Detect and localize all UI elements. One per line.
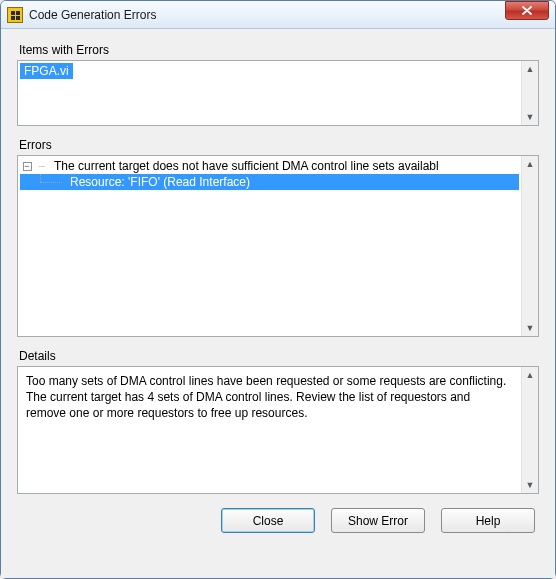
help-button[interactable]: Help	[441, 508, 535, 533]
window-title: Code Generation Errors	[29, 8, 505, 22]
scroll-down-icon[interactable]: ▼	[523, 109, 538, 125]
details-panel: Too many sets of DMA control lines have …	[17, 366, 539, 494]
close-window-button[interactable]	[505, 1, 549, 20]
show-error-button[interactable]: Show Error	[331, 508, 425, 533]
tree-row-parent[interactable]: − ┈ The current target does not have suf…	[20, 158, 519, 174]
errors-tree[interactable]: − ┈ The current target does not have suf…	[17, 155, 539, 337]
tree-connector-icon: ┈	[34, 161, 50, 172]
scroll-down-icon[interactable]: ▼	[523, 477, 538, 493]
tree-row-child[interactable]: Resource: 'FIFO' (Read Interface)	[20, 174, 519, 190]
items-with-errors-list[interactable]: FPGA.vi ▲ ▼	[17, 60, 539, 126]
list-item[interactable]: FPGA.vi	[20, 63, 73, 79]
scroll-up-icon[interactable]: ▲	[523, 61, 538, 77]
tree-expander-icon[interactable]: −	[23, 162, 32, 171]
scrollbar[interactable]: ▲ ▼	[521, 367, 538, 493]
items-with-errors-label: Items with Errors	[19, 43, 539, 57]
button-row: Close Show Error Help	[17, 508, 539, 533]
scroll-up-icon[interactable]: ▲	[523, 367, 538, 383]
details-label: Details	[19, 349, 539, 363]
app-icon	[7, 7, 23, 23]
dialog-window: Code Generation Errors Items with Errors…	[0, 0, 556, 579]
errors-label: Errors	[19, 138, 539, 152]
scroll-up-icon[interactable]: ▲	[523, 156, 538, 172]
scrollbar[interactable]: ▲ ▼	[521, 156, 538, 336]
details-text: Too many sets of DMA control lines have …	[20, 369, 519, 426]
scrollbar[interactable]: ▲ ▼	[521, 61, 538, 125]
dialog-content: Items with Errors FPGA.vi ▲ ▼ Errors − ┈…	[1, 29, 555, 578]
tree-connector-icon	[34, 174, 66, 190]
close-icon	[522, 6, 532, 15]
titlebar[interactable]: Code Generation Errors	[1, 1, 555, 29]
scroll-down-icon[interactable]: ▼	[523, 320, 538, 336]
tree-parent-label: The current target does not have suffici…	[50, 159, 443, 173]
close-button[interactable]: Close	[221, 508, 315, 533]
tree-child-label: Resource: 'FIFO' (Read Interface)	[66, 175, 254, 189]
